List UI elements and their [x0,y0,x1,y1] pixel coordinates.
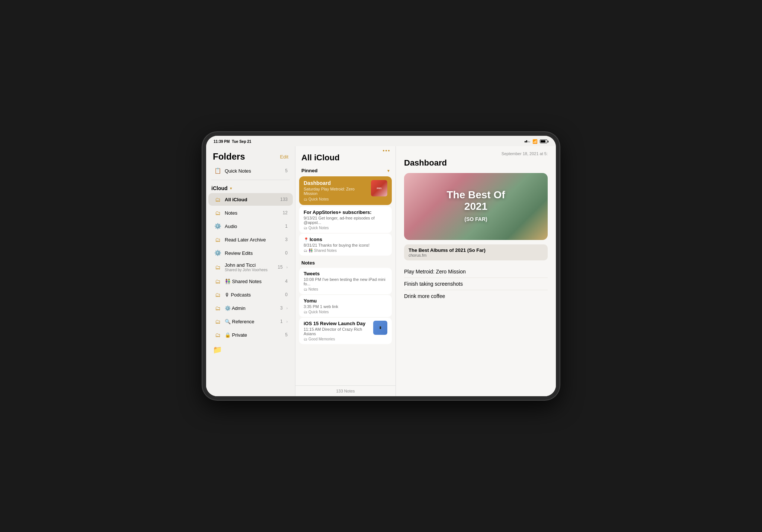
new-folder-icon: 📁 [213,345,222,354]
sidebar-item-review-edits[interactable]: ⚙️ Review Edits 0 [208,247,293,259]
sidebar-item-shared-notes[interactable]: 🗂 👫 Shared Notes 4 [208,275,293,288]
admin-count: 3 [280,305,283,311]
pinned-chevron-icon: ▾ [387,168,390,173]
dashboard-thumb: 2021 [371,180,387,196]
note-tweets[interactable]: Tweets 10:08 PM I've been testing the ne… [299,268,392,294]
pinned-label: Pinned [301,168,317,173]
notes-list-title: All iCloud [295,153,396,166]
all-icloud-folder-icon: 🗂 [214,195,222,203]
read-later-icon: 🗂 [214,235,222,244]
read-later-label: Read Later Archive [225,237,282,243]
folder-icon-small: 🗂 [304,197,307,201]
detail-list: Play Metroid: Zero Mission Finish taking… [404,266,548,302]
dashboard-note-sub: Saturday Play Metroid: Zero Mission [304,187,368,196]
sidebar-item-read-later[interactable]: 🗂 Read Later Archive 3 [208,233,293,246]
pinned-note-dashboard[interactable]: Dashboard Saturday Play Metroid: Zero Mi… [299,176,392,205]
audio-icon: ⚙️ [214,222,222,230]
icloud-chevron-icon: ▾ [230,186,232,191]
admin-icon: 🗂 [214,304,222,312]
folder-icon-ios15: 🗂 [304,337,307,341]
icloud-section: iCloud ▾ [206,182,295,193]
appstories-folder: 🗂 Quick Notes [304,226,387,230]
yomu-folder: 🗂 Quick Notes [304,310,387,314]
detail-image-caption: The Best Albums of 2021 (So Far) chorus.… [404,244,548,260]
pinned-note-appstories[interactable]: For AppStories+ subscribers: 9/13/21 Get… [299,206,392,233]
icons-note-sub: 8/31/21 Thanks for buying the icons! [304,243,387,247]
icloud-label: iCloud [211,185,228,191]
pinned-header: Pinned ▾ [295,166,396,175]
detail-image: The Best Of2021(SO FAR) [404,173,548,240]
sidebar-item-reference[interactable]: 🗂 🔍 Reference 1 › [208,315,293,328]
pin-icon: 📍 [304,237,309,242]
ipad-frame: 11:39 PM Tue Sep 21 📶 Folders [202,132,560,400]
review-edits-count: 0 [285,250,288,256]
sidebar-item-notes[interactable]: 🗂 Notes 12 [208,206,293,219]
notes-scroll: Pinned ▾ Dashboard Saturday Play Metroid… [295,166,396,385]
notes-list: All iCloud Pinned ▾ Dashboard Saturday P… [295,146,396,396]
review-edits-icon: ⚙️ [214,249,222,257]
folder-icon-yomu: 🗂 [304,310,307,314]
status-bar: 11:39 PM Tue Sep 21 📶 [206,136,556,146]
podcasts-count: 0 [285,292,288,297]
sidebar-header: Folders Edit [206,146,295,164]
icons-note-folder: 🗂 👫 Shared Notes [304,249,387,253]
notes-count: 12 [283,210,288,215]
ios15-sub: 11:15 AM Director of Crazy Rich Asians [304,327,373,336]
detail-image-overlay-text: The Best Of2021(SO FAR) [446,189,505,224]
appstories-title: For AppStories+ subscribers: [304,209,387,215]
detail-pane: September 18, 2021 at 5: Dashboard The B… [396,146,556,396]
reference-count: 1 [280,319,283,324]
folder-icon-tweets: 🗂 [304,287,307,291]
pinned-note-icons[interactable]: 📍Icons 8/31/21 Thanks for buying the ico… [299,234,392,256]
sidebar-item-john-ticci[interactable]: 🗂 John and Ticci Shared by John Voorhees… [208,260,293,274]
review-edits-label: Review Edits [225,250,282,256]
yomu-sub: 3:35 PM 1 web link [304,304,387,309]
detail-list-item-2: Finish taking screenshots [404,278,548,290]
ios15-title: iOS 15 Review Launch Day [304,321,373,326]
wifi-icon: 📶 [532,139,538,144]
note-ios15[interactable]: iOS 15 Review Launch Day 11:15 AM Direct… [299,318,392,344]
ios15-thumb: 📱 [373,321,387,335]
sidebar: Folders Edit 📋 Quick Notes 5 iCloud ▾ 🗂 … [206,146,295,396]
tweets-sub: 10:08 PM I've been testing the new iPad … [304,277,387,286]
signal-icon [525,140,530,142]
sidebar-item-private[interactable]: 🗂 🔒 Private 5 [208,329,293,341]
notes-label: Notes [225,210,280,216]
john-ticci-chevron-icon: › [286,265,288,269]
edit-button[interactable]: Edit [280,154,288,160]
sidebar-divider [211,180,290,180]
shared-notes-icon: 🗂 [214,277,222,285]
folder-icon-appstories: 🗂 [304,226,307,230]
tweets-title: Tweets [304,271,387,276]
detail-date: September 18, 2021 at 5: [404,151,548,156]
detail-image-caption-title: The Best Albums of 2021 (So Far) [409,247,543,253]
more-options-button[interactable] [383,150,390,151]
audio-label: Audio [225,224,282,229]
note-yomu[interactable]: Yomu 3:35 PM 1 web link 🗂 Quick Notes [299,295,392,317]
notes-section-header: Notes [295,256,396,267]
ios15-folder: 🗂 Good Memories [304,337,373,341]
sidebar-item-audio[interactable]: ⚙️ Audio 1 [208,220,293,233]
john-ticci-sub: Shared by John Voorhees [225,268,275,272]
john-ticci-label: John and Ticci [225,262,275,268]
sidebar-item-all-icloud[interactable]: 🗂 All iCloud 133 [208,193,293,206]
yomu-title: Yomu [304,298,387,304]
icons-note-title: 📍Icons [304,237,387,242]
sidebar-item-quick-notes[interactable]: 📋 Quick Notes 5 [208,164,293,177]
folder-icon-icons: 🗂 [304,249,307,253]
john-ticci-count: 15 [278,265,282,270]
sidebar-item-admin[interactable]: 🗂 ⚙️ Admin 3 › [208,302,293,314]
battery-icon [540,140,548,143]
sidebar-item-podcasts[interactable]: 🗂 🎙 Podcasts 0 [208,288,293,301]
new-folder-area[interactable]: 📁 [206,342,295,358]
sidebar-title: Folders [213,151,245,162]
notes-footer: 133 Notes [295,385,396,396]
john-ticci-icon: 🗂 [214,263,222,271]
dashboard-note-title: Dashboard [304,180,368,186]
podcasts-icon: 🗂 [214,291,222,299]
dashboard-note-folder: 🗂 Quick Notes [304,197,368,201]
private-icon: 🗂 [214,331,222,339]
all-icloud-count: 133 [280,197,288,202]
quick-notes-icon: 📋 [214,167,222,175]
admin-chevron-icon: › [286,306,288,310]
